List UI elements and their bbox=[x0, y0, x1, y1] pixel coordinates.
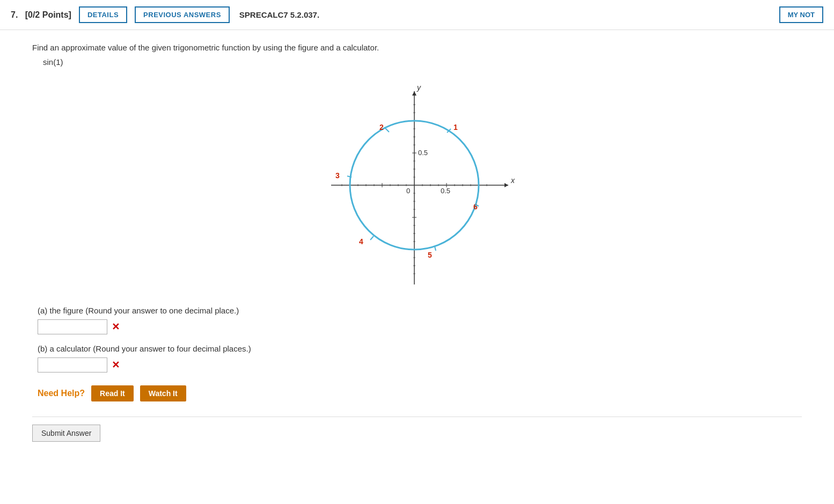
radian-label-6: 6 bbox=[473, 202, 478, 211]
part-a-wrong-mark: ✕ bbox=[112, 321, 120, 333]
label-0: 0 bbox=[406, 187, 410, 195]
header-bar: 7. [0/2 Points] DETAILS PREVIOUS ANSWERS… bbox=[0, 0, 834, 30]
problem-description: Find an approximate value of the given t… bbox=[32, 43, 802, 52]
need-help-row: Need Help? Read It Watch It bbox=[38, 385, 802, 401]
part-b-wrong-mark: ✕ bbox=[112, 359, 120, 371]
part-b-label: (b) a calculator (Round your answer to f… bbox=[38, 344, 802, 353]
radian-label-2: 2 bbox=[379, 123, 384, 132]
question-number: 7. [0/2 Points] bbox=[11, 10, 71, 20]
function-label: sin(1) bbox=[43, 57, 802, 67]
svg-line-30 bbox=[385, 128, 389, 132]
part-b-input[interactable] bbox=[38, 357, 107, 372]
part-b-section: (b) a calculator (Round your answer to f… bbox=[38, 344, 802, 372]
radian-label-3: 3 bbox=[335, 171, 340, 180]
x-axis-arrow bbox=[504, 183, 508, 187]
y-axis-label: y bbox=[416, 83, 421, 92]
radian-label-1: 1 bbox=[453, 123, 458, 132]
graph-container: x y 0 0.5 0.5 1 2 3 4 5 6 bbox=[32, 75, 802, 290]
part-a-input[interactable] bbox=[38, 319, 107, 334]
part-a-section: (a) the figure (Round your answer to one… bbox=[38, 306, 802, 334]
svg-line-32 bbox=[370, 236, 374, 240]
previous-answers-button[interactable]: PREVIOUS ANSWERS bbox=[135, 6, 230, 23]
submit-answer-button[interactable]: Submit Answer bbox=[32, 425, 100, 442]
submit-section: Submit Answer bbox=[32, 417, 802, 442]
read-it-button[interactable]: Read It bbox=[91, 385, 134, 401]
reference-label: SPRECALC7 5.2.037. bbox=[239, 10, 319, 19]
label-05y: 0.5 bbox=[418, 149, 428, 157]
y-axis-arrow bbox=[412, 91, 416, 96]
need-help-label: Need Help? bbox=[38, 389, 85, 398]
part-b-answer-row: ✕ bbox=[38, 357, 802, 372]
watch-it-button[interactable]: Watch It bbox=[140, 385, 186, 401]
content-area: Find an approximate value of the given t… bbox=[0, 30, 834, 463]
svg-line-33 bbox=[435, 246, 436, 251]
my-notes-button[interactable]: MY NOT bbox=[779, 6, 823, 23]
label-05x: 0.5 bbox=[441, 187, 450, 195]
part-a-label: (a) the figure (Round your answer to one… bbox=[38, 306, 802, 315]
x-axis-label: x bbox=[510, 176, 515, 185]
radian-label-5: 5 bbox=[428, 251, 432, 259]
radian-label-4: 4 bbox=[359, 237, 363, 246]
unit-circle-svg: x y 0 0.5 0.5 1 2 3 4 5 6 bbox=[315, 75, 519, 290]
part-a-answer-row: ✕ bbox=[38, 319, 802, 334]
details-button[interactable]: DETAILS bbox=[79, 6, 127, 23]
